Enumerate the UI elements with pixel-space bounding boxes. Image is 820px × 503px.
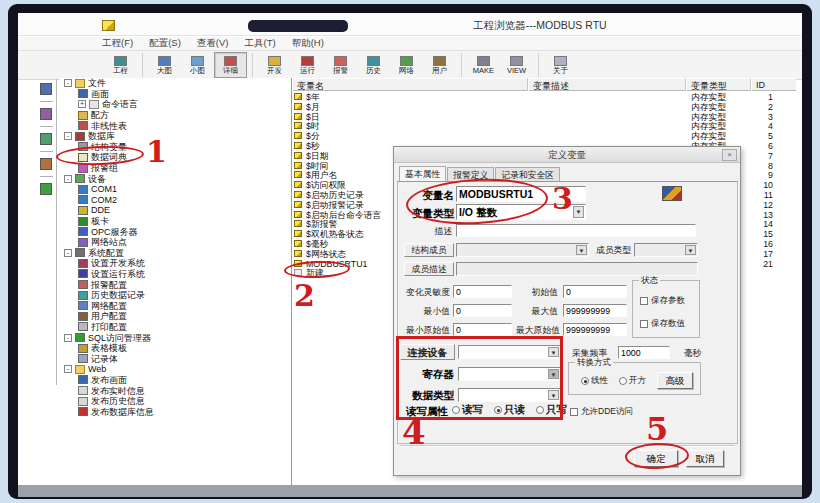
tree-node-发布画面[interactable]: 发布画面 [60,375,291,386]
sensitivity-input[interactable]: 0 [453,285,512,298]
tree-node-DDE[interactable]: DDE [60,205,291,216]
dock-icon-1[interactable] [40,83,52,95]
description-input[interactable] [456,224,696,237]
variable-bitmap-icon[interactable] [662,186,682,201]
tree-node-历史数据记录[interactable]: 历史数据记录 [60,290,291,301]
tree-node-OPC服务器[interactable]: OPC服务器 [60,226,291,237]
radio-sqrt[interactable]: 开方 [619,375,646,387]
tree-node-报警组[interactable]: 报警组 [60,163,291,174]
cancel-button[interactable]: 取消 [686,450,724,467]
collapse-icon[interactable]: - [64,132,72,140]
dock-icon-3[interactable] [40,133,52,145]
ok-button[interactable]: 确定 [634,450,678,467]
column-header-name[interactable]: 变量名 [292,78,528,91]
toolbar-button-网络[interactable]: 网络 [390,52,423,78]
tree-node-文件[interactable]: -文件 [60,78,291,89]
collect-freq-input[interactable]: 1000 [618,346,670,359]
radio-linear[interactable]: 线性 [581,375,608,387]
tree-node-打印配置[interactable]: 打印配置 [60,322,291,333]
struct-member-select[interactable]: ▼ [456,243,589,257]
tree-node-记录体[interactable]: 记录体 [60,353,291,364]
toolbar-button-历史[interactable]: 历史 [357,52,390,78]
tree-node-网络配置[interactable]: 网络配置 [60,300,291,311]
dde-access-checkbox[interactable]: 允许DDE访问 [570,406,633,418]
menu-item[interactable]: 工具(T) [244,37,275,50]
chevron-down-icon[interactable]: ▼ [685,245,696,255]
tree-node-板卡[interactable]: 板卡 [60,216,291,227]
initial-value-input[interactable]: 0 [563,285,627,298]
column-header-type[interactable]: 变量类型 [686,78,751,91]
tree-node-设置开发系统[interactable]: 设置开发系统 [60,258,291,269]
tree-node-Web[interactable]: -Web [60,364,291,375]
tree-node-非线性表[interactable]: 非线性表 [60,120,291,131]
menu-item[interactable]: 帮助(H) [292,37,324,50]
tree-node-配方[interactable]: 配方 [60,110,291,121]
toolbar-button-运行[interactable]: 运行 [291,52,324,78]
collapse-icon[interactable]: - [64,79,72,87]
chevron-down-icon[interactable]: ▼ [576,245,587,255]
chevron-down-icon[interactable]: ▼ [573,206,584,218]
toolbar-button-大图[interactable]: 大图 [148,52,181,78]
variable-type-select[interactable]: I/O 整数 ▼ [456,204,586,220]
advanced-button[interactable]: 高级 [657,372,693,389]
toolbar-button-开发[interactable]: 开发 [258,52,291,78]
tree-node-表格模板[interactable]: 表格模板 [60,343,291,354]
collapse-icon[interactable]: - [64,249,72,257]
collapse-icon[interactable]: - [64,175,72,183]
tree-node-设备[interactable]: -设备 [60,173,291,184]
min-raw-input[interactable]: 0 [453,323,512,336]
data-type-select[interactable]: ▼ [458,388,561,402]
collapse-icon[interactable]: - [64,365,72,373]
save-values-checkbox[interactable]: 保存数值 [640,318,685,330]
dock-icon-4[interactable] [40,158,52,170]
toolbar-button-小图[interactable]: 小图 [181,52,214,78]
radio-只读[interactable]: 只读 [494,403,525,417]
dock-icon-2[interactable] [40,108,52,120]
tree-node-发布历史信息[interactable]: 发布历史信息 [60,396,291,407]
max-raw-input[interactable]: 999999999 [563,323,627,336]
tree-node-数据词典[interactable]: 数据词典 [60,152,291,163]
tree-node-画面[interactable]: 画面 [60,89,291,100]
toolbar-button-详细[interactable]: 详细 [214,52,247,78]
menu-item[interactable]: 查看(V) [197,37,229,50]
tree-node-COM1[interactable]: COM1 [60,184,291,195]
register-select[interactable]: ▼ [458,367,561,381]
toolbar-button-关于[interactable]: 关于 [544,52,577,78]
connect-device-label[interactable]: 连接设备 [400,344,455,360]
tree-node-COM2[interactable]: COM2 [60,195,291,206]
tree-node-发布数据库信息[interactable]: 发布数据库信息 [60,406,291,417]
min-value-input[interactable]: 0 [453,304,512,317]
column-header-desc[interactable]: 变量描述 [528,78,686,91]
menu-item[interactable]: 工程(F) [102,37,133,50]
member-desc-input[interactable] [456,262,698,276]
tree-node-报警配置[interactable]: 报警配置 [60,279,291,290]
connect-device-select[interactable]: ▼ [458,345,561,359]
max-value-input[interactable]: 999999999 [563,304,627,317]
collapse-icon[interactable]: - [64,334,72,342]
toolbar-button-工程[interactable]: 工程 [104,52,137,78]
column-header-id[interactable]: ID [751,78,796,91]
close-icon[interactable]: × [722,149,737,161]
tree-node-网络站点[interactable]: 网络站点 [60,237,291,248]
toolbar-button-用户[interactable]: 用户 [423,52,456,78]
tree-node-设置运行系统[interactable]: 设置运行系统 [60,269,291,280]
chevron-down-icon[interactable]: ▼ [548,369,559,379]
toolbar-button-报警[interactable]: 报警 [324,52,357,78]
tree-node-命令语言[interactable]: +命令语言 [60,99,291,110]
menu-item[interactable]: 配置(S) [149,37,181,50]
dock-icon-5[interactable] [40,183,52,195]
save-params-checkbox[interactable]: 保存参数 [640,295,685,307]
tree-node-系统配置[interactable]: -系统配置 [60,248,291,259]
tree-node-发布实时信息[interactable]: 发布实时信息 [60,385,291,396]
tree-node-结构变量[interactable]: 结构变量 [60,142,291,153]
expand-icon[interactable]: + [78,100,86,108]
chevron-down-icon[interactable]: ▼ [548,390,559,400]
tree-node-SQL访问管理器[interactable]: -SQL访问管理器 [60,332,291,343]
toolbar-button-VIEW[interactable]: VIEW [500,52,533,78]
toolbar-button-MAKE[interactable]: MAKE [467,52,500,78]
variable-name-input[interactable]: MODBUSRTU1 [456,186,586,202]
radio-读写[interactable]: 读写 [452,403,483,417]
member-type-select[interactable]: ▼ [634,243,698,257]
tree-node-数据库[interactable]: -数据库 [60,131,291,142]
chevron-down-icon[interactable]: ▼ [548,347,559,357]
